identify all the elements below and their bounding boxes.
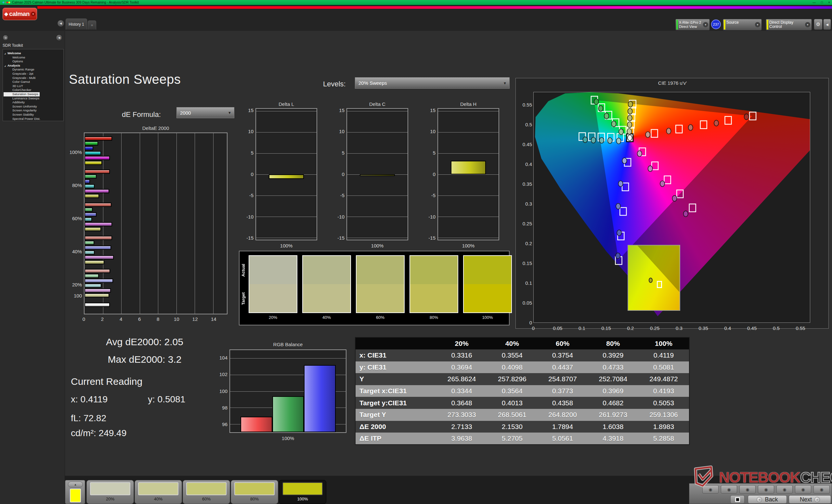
calman-diamond-icon: ◈: [4, 11, 8, 17]
table-cell: 0.4358: [537, 397, 588, 409]
media-button-4[interactable]: ◉: [758, 485, 774, 494]
tab-scroll-left-button[interactable]: ◀: [57, 20, 64, 27]
tree-item-colorchecker[interactable]: ColorChecker: [4, 88, 63, 92]
meter-count-badge[interactable]: 237: [711, 20, 721, 29]
chevrons-right-icon: »: [814, 497, 820, 502]
tree-expander-icon[interactable]: ◢: [4, 64, 6, 68]
rgb-y-tick: 100: [215, 388, 228, 394]
table-header-cell: [355, 337, 437, 349]
cie-zoom-inset: [628, 245, 680, 311]
tree-item-welcome[interactable]: Welcome: [4, 56, 63, 60]
back-button[interactable]: «Back: [748, 495, 787, 504]
sidebar: ◀ SDR Toolkit ◢WelcomeWelcomeOptions◢Ana…: [0, 31, 65, 504]
deltae-bar-80%-cyan: [84, 184, 95, 188]
de-formula-dropdown[interactable]: 2000▼: [177, 107, 234, 118]
delta-chart-delta-h: [438, 108, 499, 240]
panel-collapse-button[interactable]: ◀: [823, 19, 831, 30]
cie-y-tick: 0.1: [518, 280, 532, 286]
media-button-5[interactable]: ◉: [776, 485, 793, 494]
deltae-group-label: 20%: [65, 282, 82, 287]
tree-expander-icon[interactable]: ◢: [4, 52, 6, 56]
stop-button[interactable]: [730, 495, 745, 504]
pattern-thumb-60%[interactable]: 60%: [183, 480, 230, 504]
tree-item-color-gamut[interactable]: Color Gamut: [4, 80, 63, 84]
measured-marker: [608, 138, 612, 143]
sidebar-collapse-button[interactable]: ◀: [56, 34, 62, 41]
add-tab-button[interactable]: +: [88, 21, 96, 30]
deltae-bar-40%-red: [84, 236, 112, 240]
x-tick-label: 2: [101, 316, 104, 322]
target-marker: [676, 125, 682, 133]
target-marker: [664, 176, 671, 184]
pattern-thumb-20%[interactable]: 20%: [86, 480, 134, 504]
deltae-bar-60%-blue: [84, 213, 97, 217]
measured-marker: [622, 158, 627, 164]
meter-dropdown[interactable]: X-Rite i1Pro 2Direct View ▼: [675, 19, 710, 30]
x-tick-label: 14: [211, 316, 216, 322]
deltae-group-label: 100: [65, 293, 82, 299]
next-button[interactable]: Next»: [789, 495, 831, 504]
table-header-cell: 100%: [638, 337, 689, 349]
tree-item-screen-angularity[interactable]: Screen Angularity: [4, 109, 63, 113]
table-row: y: CIE310.36940.40980.44370.47330.5081: [355, 361, 689, 373]
minimize-icon[interactable]: —: [812, 1, 816, 4]
table-cell: 0.4682: [588, 397, 638, 409]
cie-y-tick: 0.4: [518, 161, 532, 167]
y-tick-label: -5: [240, 193, 254, 198]
media-button-6[interactable]: ◉: [795, 485, 811, 494]
tree-section-analysis[interactable]: ◢Analysis: [4, 64, 63, 68]
media-button-2[interactable]: ◉: [721, 485, 737, 494]
tree-section-welcome[interactable]: ◢Welcome: [4, 51, 63, 56]
sidebar-pin-button[interactable]: [3, 35, 8, 40]
tree-item-options[interactable]: Options: [4, 59, 63, 64]
gridline: [256, 153, 316, 153]
expand-up-button[interactable]: ▲: [68, 482, 83, 487]
tree-item-additivity[interactable]: Additivity: [4, 100, 63, 105]
table-cell: 0.3316: [437, 349, 487, 361]
table-header-row: 20%40%60%80%100%: [355, 337, 689, 349]
tree-item-grayscale-multi[interactable]: Grayscale - Multi: [4, 76, 63, 80]
display-control-dropdown[interactable]: Direct Display Control ▼: [766, 19, 812, 30]
measured-marker: [612, 121, 616, 127]
rgb-y-tick: 96: [215, 421, 228, 427]
y-tick-label: -15: [422, 235, 436, 241]
table-cell: 273.3033: [437, 409, 487, 421]
rgb-x-label: 100%: [230, 436, 346, 441]
table-row-label: Target y:CIE31: [355, 397, 437, 409]
tree-item-saturation-sweeps[interactable]: Saturation Sweeps: [4, 92, 40, 96]
target-marker: [700, 121, 707, 129]
y-tick-label: -5: [422, 193, 436, 198]
delta-chart-title: Delta L: [256, 101, 317, 107]
calman-menu-button[interactable]: ◈ calman ▼: [3, 8, 37, 20]
media-button-1[interactable]: ◉: [702, 485, 719, 494]
tree-item-luminance-sweeps[interactable]: Luminance Sweeps: [4, 96, 63, 101]
pattern-thumb-80%[interactable]: 80%: [231, 480, 278, 504]
source-dropdown[interactable]: Source ▼: [723, 19, 762, 30]
levels-dropdown[interactable]: 20% Sweeps▼: [355, 77, 510, 89]
tab-history-1[interactable]: History 1: [66, 19, 87, 30]
tree-item-spectral-power-dist[interactable]: Spectral Power Dist.: [4, 117, 63, 121]
measured-marker: [591, 137, 596, 143]
pattern-thumb-40%[interactable]: 40%: [134, 480, 182, 504]
page-title: Saturation Sweeps: [69, 72, 181, 87]
gridline: [213, 133, 213, 314]
pattern-thumb-100%[interactable]: 100%: [279, 480, 326, 504]
inset-target-marker: [657, 281, 662, 288]
table-cell: 4.3918: [588, 432, 638, 445]
tree-item-screen-uniformity[interactable]: Screen Uniformity: [4, 105, 63, 109]
current-pattern-swatch[interactable]: [70, 489, 81, 502]
tree-item-dynamic-range[interactable]: Dynamic Range: [4, 67, 63, 72]
close-icon[interactable]: ×: [828, 1, 830, 4]
tree-item-3d-lut[interactable]: 3D LUT: [4, 84, 63, 88]
media-button-3[interactable]: ◉: [739, 485, 756, 494]
tree-item-screen-stability[interactable]: Screen Stability: [4, 113, 63, 117]
tree-item-grayscale-2pt[interactable]: Grayscale - 2pt: [4, 72, 63, 76]
measured-marker: [660, 181, 665, 187]
settings-gear-button[interactable]: ⚙: [814, 19, 823, 30]
rgb-balance-chart: [230, 349, 346, 433]
media-button-7[interactable]: ◉: [813, 485, 830, 494]
calman-app-icon: [3, 2, 10, 3]
measured-marker: [598, 106, 603, 111]
tree: ◢WelcomeWelcomeOptions◢AnalysisDynamic R…: [3, 49, 64, 121]
maximize-icon[interactable]: □: [821, 1, 823, 4]
